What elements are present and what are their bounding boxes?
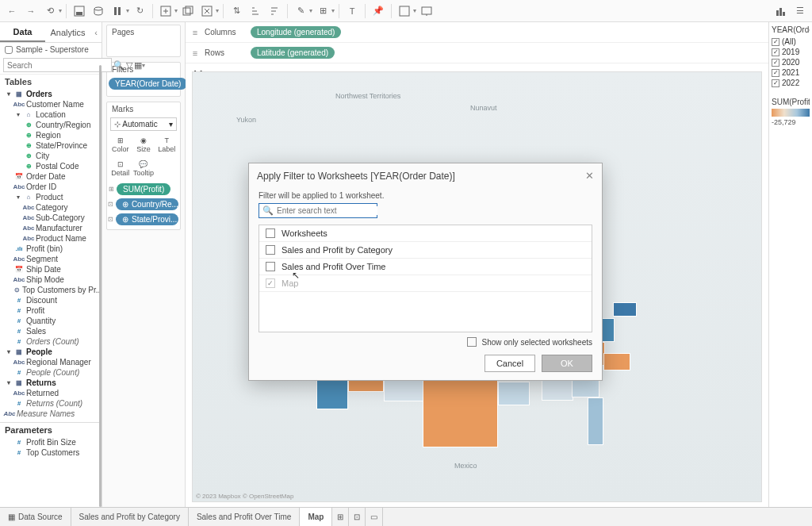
field-customer-name[interactable]: AbcCustomer Name	[3, 99, 100, 109]
marks-detail[interactable]: ⊡Detail	[109, 156, 132, 180]
label-icon[interactable]: T	[343, 2, 361, 20]
field-postal[interactable]: ⊕Postal Code	[3, 161, 100, 171]
field-product[interactable]: ▾⌂Product	[3, 192, 100, 202]
pause-icon[interactable]	[109, 2, 126, 20]
field-ship-date[interactable]: 📅Ship Date	[3, 264, 100, 275]
field-ship-mode[interactable]: AbcShip Mode	[3, 275, 100, 285]
save-icon[interactable]	[71, 2, 88, 20]
filter-icon[interactable]: ▽	[126, 59, 132, 71]
highlight-icon[interactable]: ✎	[292, 2, 309, 20]
field-order-id[interactable]: AbcOrder ID	[3, 182, 100, 192]
presentation-icon[interactable]	[418, 2, 435, 20]
refresh-icon[interactable]: ↻	[131, 2, 148, 20]
ok-button[interactable]: OK	[542, 355, 592, 372]
field-product-name[interactable]: AbcProduct Name	[3, 233, 100, 244]
param-profit-bin[interactable]: #Profit Bin Size	[3, 437, 100, 447]
pages-card[interactable]: Pages	[106, 25, 181, 57]
cancel-button[interactable]: Cancel	[485, 355, 535, 372]
list-item[interactable]: Sales and Profit by Category	[259, 242, 592, 259]
clear-icon[interactable]	[198, 2, 216, 20]
marks-size[interactable]: ◉Size	[132, 132, 155, 156]
field-top-customers[interactable]: ⊙Top Customers by Pr...	[3, 285, 100, 295]
group-icon[interactable]: ⊞	[314, 2, 331, 20]
field-profit[interactable]: #Profit	[3, 305, 100, 316]
filter-pill-year[interactable]: YEAR(Order Date)	[109, 78, 187, 90]
tab-analytics[interactable]: Analytics	[45, 22, 90, 42]
new-sheet-icon[interactable]: ⊞	[332, 508, 349, 527]
color-gradient[interactable]	[772, 109, 810, 117]
collapse-panel-icon[interactable]: ‹	[90, 22, 102, 42]
tab-data[interactable]: Data	[0, 22, 45, 42]
dialog-search-input[interactable]	[277, 206, 377, 215]
tab-sales-profit-time[interactable]: Sales and Profit Over Time	[189, 508, 301, 527]
rows-pill[interactable]: Latitude (generated)	[251, 47, 335, 59]
legend-item-2021[interactable]: ✓2021	[772, 67, 810, 78]
scrollbar[interactable]	[99, 65, 102, 507]
table-orders[interactable]: ▾▦Orders	[3, 89, 100, 99]
marks-color[interactable]: ⊞Color	[109, 132, 132, 156]
swap-icon[interactable]: ⇅	[228, 2, 245, 20]
table-people[interactable]: ▾▦People	[3, 347, 100, 357]
legend-item-all[interactable]: ✓(All)	[772, 36, 810, 47]
field-quantity[interactable]: #Quantity	[3, 316, 100, 326]
mark-pill-country[interactable]: ⊕Country/Re...	[116, 198, 178, 210]
field-country[interactable]: ⊕Country/Region	[3, 120, 100, 130]
show-only-checkbox[interactable]	[467, 337, 477, 347]
tab-datasource[interactable]: ▦Data Source	[0, 508, 71, 527]
param-top-customers[interactable]: #Top Customers	[3, 447, 100, 458]
view-icon[interactable]: ▦	[134, 59, 142, 71]
back-icon[interactable]: ←	[3, 2, 21, 20]
mark-type-dropdown[interactable]: ⊹ Automatic▾	[110, 117, 177, 131]
dialog-search[interactable]: 🔍	[259, 203, 377, 218]
marks-label[interactable]: TLabel	[155, 132, 178, 156]
columns-label: Columns	[205, 28, 249, 36]
field-state[interactable]: ⊕State/Province	[3, 140, 100, 151]
field-measure-names[interactable]: AbcMeasure Names	[3, 409, 100, 419]
field-segment[interactable]: AbcSegment	[3, 254, 100, 264]
field-city[interactable]: ⊕City	[3, 151, 100, 161]
field-returns-count[interactable]: #Returns (Count)	[3, 398, 100, 409]
connect-icon[interactable]: ⟲	[41, 2, 59, 20]
field-profit-bin[interactable]: .ılıProfit (bin)	[3, 244, 100, 254]
mark-pill-state[interactable]: ⊕State/Provi...	[116, 213, 178, 225]
datasource-row[interactable]: Sample - Superstore	[0, 43, 102, 56]
tab-sales-profit-category[interactable]: Sales and Profit by Category	[71, 508, 189, 527]
new-worksheet-icon[interactable]	[157, 2, 174, 20]
field-category[interactable]: AbcCategory	[3, 202, 100, 213]
show-me-icon[interactable]	[772, 2, 790, 20]
list-item[interactable]: Sales and Profit Over Time	[259, 259, 592, 275]
field-discount[interactable]: #Discount	[3, 295, 100, 305]
new-story-icon[interactable]: ▭	[366, 508, 383, 527]
list-header-worksheets[interactable]: Worksheets	[259, 225, 592, 242]
new-datasource-icon[interactable]	[90, 2, 107, 20]
columns-pill[interactable]: Longitude (generated)	[251, 26, 341, 38]
field-sales[interactable]: #Sales	[3, 326, 100, 336]
legend-item-2019[interactable]: ✓2019	[772, 47, 810, 57]
tab-map[interactable]: Map	[300, 508, 332, 527]
field-people-count[interactable]: #People (Count)	[3, 367, 100, 378]
guide-icon[interactable]: ☰	[791, 2, 809, 20]
field-subcategory[interactable]: AbcSub-Category	[3, 213, 100, 223]
close-icon[interactable]: ✕	[585, 170, 594, 182]
sort-desc-icon[interactable]	[266, 2, 283, 20]
mark-pill-sum-profit[interactable]: SUM(Profit)	[117, 183, 170, 195]
marks-tooltip[interactable]: 💬Tooltip	[132, 156, 155, 180]
field-region[interactable]: ⊕Region	[3, 130, 100, 140]
field-regional-manager[interactable]: AbcRegional Manager	[3, 357, 100, 367]
sort-asc-icon[interactable]	[247, 2, 264, 20]
field-returned[interactable]: AbcReturned	[3, 388, 100, 398]
duplicate-icon[interactable]	[179, 2, 197, 20]
field-location[interactable]: ▾⌂Location	[3, 109, 100, 120]
fit-icon[interactable]	[396, 2, 413, 20]
legend-item-2020[interactable]: ✓2020	[772, 57, 810, 67]
search-input[interactable]	[3, 58, 112, 72]
fix-axes-icon[interactable]: 📌	[370, 2, 387, 20]
new-dashboard-icon[interactable]: ⊡	[349, 508, 366, 527]
field-orders-count[interactable]: #Orders (Count)	[3, 336, 100, 347]
search-icon[interactable]: 🔍	[113, 59, 124, 71]
forward-icon[interactable]: →	[22, 2, 40, 20]
legend-item-2022[interactable]: ✓2022	[772, 78, 810, 88]
field-manufacturer[interactable]: AbcManufacturer	[3, 223, 100, 233]
table-returns[interactable]: ▾▦Returns	[3, 378, 100, 388]
field-order-date[interactable]: 📅Order Date	[3, 171, 100, 182]
